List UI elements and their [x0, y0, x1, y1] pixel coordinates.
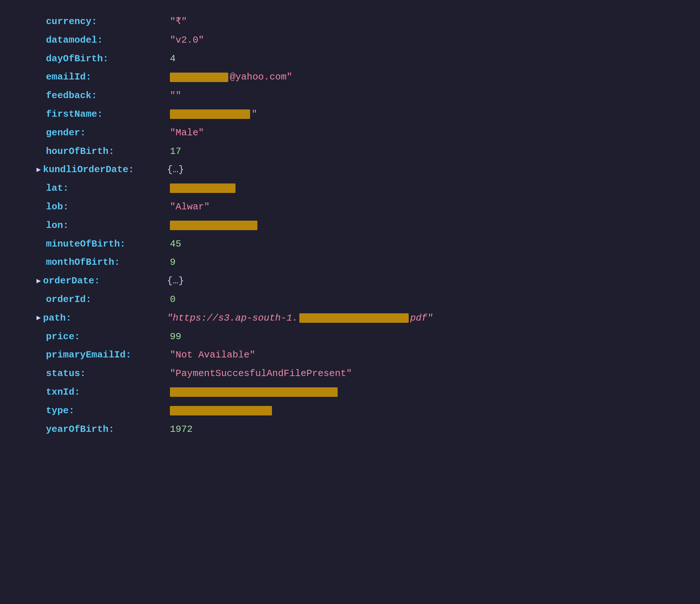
field-key: datamodel: — [46, 32, 163, 49]
field-value: "Alwar" — [170, 198, 210, 216]
field-value: 4 — [170, 50, 176, 67]
field-key: status: — [46, 365, 163, 382]
field-value: "₹" — [170, 13, 187, 30]
field-key: type: — [46, 402, 163, 419]
field-key: orderId: — [46, 291, 163, 308]
field-key: hourOfBirth: — [46, 143, 163, 160]
fields-container: currency:"₹"datamodel:"v2.0"dayOfBirth:4… — [15, 12, 685, 438]
field-key: yearOfBirth: — [46, 421, 163, 438]
field-row: lon: — [15, 216, 685, 235]
string-value: "₹" — [170, 16, 187, 27]
field-key: price: — [46, 328, 163, 345]
string-value: "Not Available" — [170, 349, 255, 360]
field-value: 9 — [170, 254, 176, 271]
field-row: ▶path:"https://s3.ap-south-1. pdf" — [15, 309, 685, 328]
field-row: feedback:"" — [15, 86, 685, 105]
string-suffix: @yahoo.com" — [230, 69, 292, 86]
field-value: {…} — [167, 161, 184, 178]
field-value: @yahoo.com" — [170, 69, 292, 86]
redacted-value — [170, 73, 228, 82]
field-key: kundliOrderDate: — [43, 161, 160, 178]
string-suffix: " — [252, 106, 257, 123]
field-value: "v2.0" — [170, 32, 204, 49]
field-value — [170, 402, 272, 419]
field-key: emailId: — [46, 69, 163, 86]
field-row: dayOfBirth:4 — [15, 50, 685, 68]
field-key: dayOfBirth: — [46, 50, 163, 67]
field-row: orderId:0 — [15, 290, 685, 309]
string-value: "PaymentSuccesfulAndFilePresent" — [170, 368, 352, 379]
field-key: feedback: — [46, 87, 163, 104]
field-value — [170, 384, 338, 401]
field-value: 45 — [170, 236, 181, 253]
field-value: {…} — [167, 272, 184, 290]
field-row: gender:"Male" — [15, 124, 685, 142]
field-row: lob:"Alwar" — [15, 198, 685, 216]
field-row: firstName:" — [15, 105, 685, 124]
field-value: "" — [170, 87, 181, 104]
field-value: "Male" — [170, 124, 204, 142]
redacted-value — [170, 406, 272, 415]
field-row: yearOfBirth:1972 — [15, 420, 685, 439]
expand-icon[interactable]: ▶ — [36, 311, 41, 325]
field-value: " — [170, 106, 257, 123]
expand-icon[interactable]: ▶ — [36, 163, 41, 177]
field-value: "https://s3.ap-south-1. pdf" — [167, 310, 433, 327]
field-row: price:99 — [15, 328, 685, 346]
redacted-value — [299, 313, 409, 323]
field-row: emailId:@yahoo.com" — [15, 68, 685, 86]
url-suffix: pdf" — [410, 310, 433, 327]
field-row: txnId: — [15, 383, 685, 402]
field-row: lat: — [15, 179, 685, 198]
field-key: primaryEmailId: — [46, 346, 163, 364]
object-value: {…} — [167, 164, 184, 175]
field-key: path: — [43, 310, 160, 327]
field-key: lob: — [46, 198, 163, 216]
field-key: firstName: — [46, 106, 163, 123]
field-key: txnId: — [46, 384, 163, 401]
field-row: status:"PaymentSuccesfulAndFilePresent" — [15, 364, 685, 383]
field-row: monthOfBirth:9 — [15, 253, 685, 272]
field-row: ▶kundliOrderDate:{…} — [15, 160, 685, 179]
field-row: primaryEmailId:"Not Available" — [15, 346, 685, 364]
field-row: currency:"₹" — [15, 12, 685, 31]
expand-icon[interactable]: ▶ — [36, 275, 41, 288]
string-value: "Male" — [170, 127, 204, 138]
redacted-value — [170, 109, 250, 119]
field-key: monthOfBirth: — [46, 254, 163, 271]
field-value: "Not Available" — [170, 346, 255, 364]
field-key: orderDate: — [43, 272, 160, 290]
number-value: 45 — [170, 239, 181, 249]
field-key: lon: — [46, 217, 163, 234]
redacted-value — [170, 387, 338, 397]
number-value: 1972 — [170, 424, 192, 435]
redacted-value — [170, 221, 257, 230]
redacted-value — [170, 183, 236, 193]
field-row: datamodel:"v2.0" — [15, 31, 685, 50]
string-value: "" — [170, 90, 181, 101]
number-value: 9 — [170, 257, 176, 268]
string-value: "Alwar" — [170, 201, 210, 212]
field-row: ▶orderDate:{…} — [15, 272, 685, 290]
string-value: "v2.0" — [170, 35, 204, 46]
field-row: hourOfBirth:17 — [15, 142, 685, 161]
field-key: currency: — [46, 13, 163, 30]
field-row: minuteOfBirth:45 — [15, 235, 685, 253]
field-value: 0 — [170, 291, 176, 308]
field-value: "PaymentSuccesfulAndFilePresent" — [170, 365, 352, 382]
field-row: type: — [15, 402, 685, 420]
field-key: gender: — [46, 124, 163, 142]
field-value — [170, 217, 257, 234]
field-value: 17 — [170, 143, 181, 160]
field-key: lat: — [46, 180, 163, 197]
field-value — [170, 180, 236, 197]
field-value: 1972 — [170, 421, 192, 438]
field-key: minuteOfBirth: — [46, 236, 163, 253]
object-value: {…} — [167, 275, 184, 286]
field-value: 99 — [170, 328, 181, 345]
url-prefix: "https://s3.ap-south-1. — [167, 310, 298, 327]
number-value: 17 — [170, 146, 181, 157]
json-viewer: currency:"₹"datamodel:"v2.0"dayOfBirth:4… — [15, 11, 685, 438]
number-value: 99 — [170, 331, 181, 342]
number-value: 0 — [170, 294, 176, 305]
